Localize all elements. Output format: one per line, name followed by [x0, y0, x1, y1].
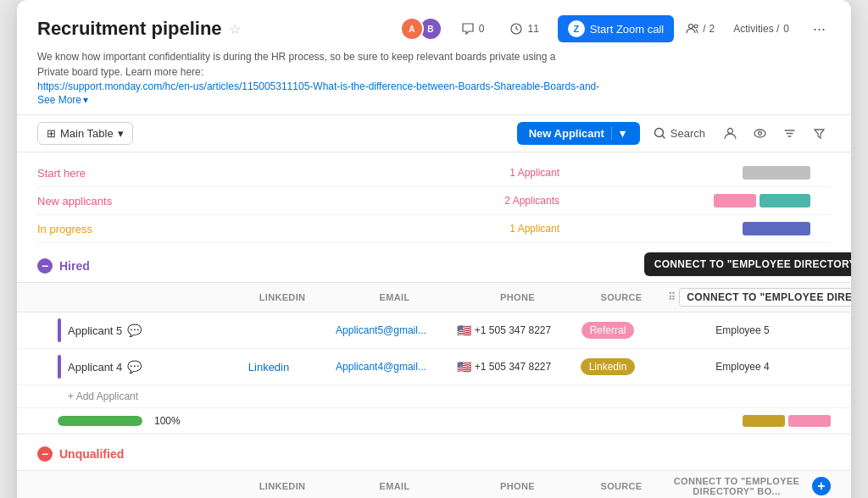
zoom-icon: Z	[568, 20, 585, 37]
phone-number: +1 505 347 8227	[475, 324, 551, 336]
svg-point-1	[689, 25, 693, 29]
summary-count-new: 2 Applicants	[458, 195, 559, 207]
summary-row-new: New applicants 2 Applicants	[37, 187, 831, 215]
comment-count[interactable]: 0	[454, 19, 492, 39]
header-link[interactable]: https://support.monday.com/hc/en-us/arti…	[37, 80, 599, 92]
sort-icon	[782, 126, 797, 141]
row-phone: 🇺🇸 +1 505 347 8227	[447, 360, 561, 374]
zoom-call-button[interactable]: Z Start Zoom call	[558, 15, 674, 42]
summary-section: Start here 1 Applicant New applicants 2 …	[17, 152, 851, 243]
update-count-val: 11	[527, 23, 538, 35]
col-header-email-uq: Email	[329, 481, 460, 491]
search-button[interactable]: Search	[647, 123, 712, 144]
svg-point-2	[694, 25, 698, 28]
filter-icon-button[interactable]	[808, 122, 831, 145]
progress-bar-outer	[58, 416, 142, 426]
col-header-linkedin-uq: Linkedin	[236, 481, 329, 491]
row-accent	[58, 318, 61, 342]
eye-icon	[753, 126, 767, 141]
col-header-source-uq: Source	[575, 481, 668, 491]
row-phone: 🇺🇸 +1 505 347 8227	[447, 324, 561, 337]
filter-icon	[812, 126, 826, 141]
new-applicant-button[interactable]: New Applicant ▾	[517, 122, 640, 145]
summary-row-start: Start here 1 Applicant	[37, 159, 831, 187]
summary-label-new: New applicants	[37, 195, 207, 208]
summary-bar-start	[743, 166, 810, 180]
hired-section-header: − Hired	[17, 250, 851, 283]
summary-label-start: Start here	[37, 167, 207, 180]
col-header-linkedin: Linkedin	[236, 292, 329, 302]
new-applicant-label: New Applicant	[529, 127, 604, 140]
main-table-chevron: ▾	[118, 127, 124, 140]
star-icon[interactable]: ☆	[229, 21, 241, 37]
row-linkedin[interactable]: Linkedin	[222, 361, 315, 374]
source-badge-linkedin: Linkedin	[581, 358, 636, 375]
new-applicant-dropdown-arrow[interactable]: ▾	[611, 127, 628, 140]
progress-right	[187, 415, 831, 427]
unqualified-toggle[interactable]: −	[37, 446, 53, 462]
flag-icon: 🇺🇸	[457, 324, 471, 337]
unqualified-section-name: Unqualified	[59, 447, 124, 461]
svg-point-5	[754, 130, 765, 137]
main-table-button[interactable]: ⊞ Main Table ▾	[37, 122, 133, 145]
eye-icon-button[interactable]	[748, 122, 771, 145]
header-actions: A B 0 11 Z Start Zoom call	[400, 15, 831, 42]
people-count[interactable]: / 2	[686, 22, 715, 36]
prog-bar-yellow	[743, 415, 785, 427]
summary-label-inprogress: In progress	[37, 223, 207, 235]
summary-count-inprogress: 1 Applicant	[458, 223, 559, 235]
main-window: Recruitment pipeline ☆ A B 0 11	[17, 0, 851, 498]
toolbar: ⊞ Main Table ▾ New Applicant ▾ Search	[17, 115, 851, 152]
connect-col-label-uq: Connect to "Employee directory" bo...	[668, 476, 805, 496]
add-connect-button-uq[interactable]: +	[812, 477, 831, 495]
row-source: Linkedin	[561, 358, 654, 375]
unqualified-section-header: − Unqualified	[17, 438, 851, 471]
activities-val: 0	[783, 23, 789, 35]
chat-icon[interactable]: 💬	[127, 324, 142, 337]
connect-dropdown-header[interactable]: Connect to "Employee directory" bo... ▾	[679, 288, 851, 307]
summary-bar-new-2	[760, 194, 810, 208]
person-icon-button[interactable]	[719, 122, 742, 145]
progress-label: 100%	[154, 415, 181, 427]
connect-col-label: Connect to "Employee directory" bo...	[687, 291, 851, 303]
col-header-source: Source	[575, 292, 668, 302]
svg-point-3	[654, 129, 663, 137]
avatar-1: A	[400, 17, 424, 41]
summary-bar-new-1	[714, 194, 756, 208]
see-more-button[interactable]: See More ▾	[37, 94, 88, 106]
row-accent	[58, 355, 61, 379]
page-title: Recruitment pipeline	[37, 18, 222, 40]
person-icon	[723, 126, 737, 141]
main-table-label: Main Table	[60, 127, 114, 140]
connect-value: Employee 4	[715, 361, 769, 373]
phone-number: +1 505 347 8227	[475, 361, 551, 373]
flag-icon: 🇺🇸	[457, 360, 471, 374]
page-header: Recruitment pipeline ☆ A B 0 11	[17, 0, 851, 115]
avatar-group: A B	[400, 17, 442, 41]
more-options-button[interactable]: ···	[808, 19, 831, 40]
search-label: Search	[670, 127, 705, 140]
row-email[interactable]: Applicant5@gmail...	[315, 324, 447, 336]
summary-bar-inprogress	[743, 222, 810, 235]
chat-icon[interactable]: 💬	[127, 360, 142, 374]
activities-count[interactable]: Activities / 0	[726, 19, 796, 38]
unqualified-col-headers: Linkedin Email Phone Source Connect to "…	[17, 471, 851, 498]
drag-icon[interactable]: ⠿	[668, 291, 676, 303]
chevron-down-icon-btn: ▾	[620, 127, 626, 140]
row-source: Referral	[561, 322, 654, 339]
prog-bar-pink	[788, 415, 831, 427]
sort-icon-button[interactable]	[778, 122, 801, 145]
table-row: Applicant 4 💬 Linkedin Applicant4@gmail.…	[17, 349, 851, 385]
add-applicant-label: + Add Applicant	[68, 390, 138, 402]
people-count-val: 2	[709, 23, 715, 35]
header-description: We know how important confidentiality is…	[37, 49, 563, 80]
add-applicant-row-hired[interactable]: + Add Applicant	[17, 385, 851, 408]
summary-row-inprogress: In progress 1 Applicant	[37, 215, 831, 243]
table-icon: ⊞	[47, 127, 56, 140]
update-count[interactable]: 11	[503, 19, 545, 39]
chevron-down-icon: ▾	[83, 94, 88, 106]
hired-toggle[interactable]: −	[37, 258, 53, 274]
col-header-phone: Phone	[460, 292, 575, 302]
row-email[interactable]: Applicant4@gmail...	[315, 361, 447, 373]
applicant-name: Applicant 5	[68, 324, 122, 337]
